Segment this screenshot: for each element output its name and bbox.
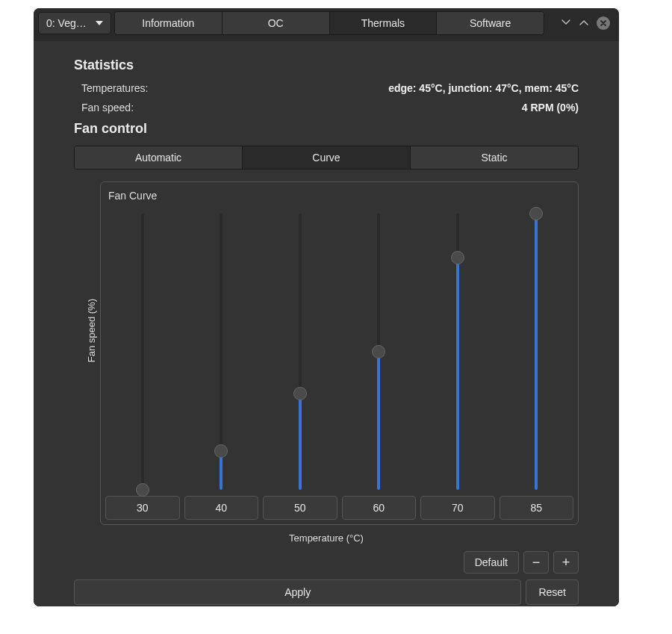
fan-speed-slider[interactable]	[184, 206, 259, 490]
temperatures-label: Temperatures:	[81, 82, 148, 94]
fan-curve-area: Fan speed (%) Fan Curve	[84, 181, 579, 525]
fan-curve-panel: Fan Curve	[100, 181, 579, 525]
fanspeed-value: 4 RPM (0%)	[522, 102, 579, 114]
apply-button[interactable]: Apply	[74, 579, 521, 605]
temperatures-value: edge: 45°C, junction: 47°C, mem: 45°C	[388, 82, 579, 94]
slider-thumb[interactable]	[136, 483, 149, 497]
remove-point-button[interactable]: −	[523, 551, 549, 574]
slider-thumb[interactable]	[214, 444, 228, 458]
tab-information[interactable]: Information	[115, 12, 223, 34]
bottom-bar: Apply Reset	[74, 579, 579, 605]
tab-oc[interactable]: OC	[223, 12, 330, 34]
fan-speed-slider[interactable]	[500, 206, 574, 490]
temperature-input[interactable]	[184, 496, 259, 520]
content-inner: Statistics Temperatures: edge: 45°C, jun…	[34, 41, 619, 606]
tab-thermals[interactable]: Thermals	[330, 12, 438, 34]
fan-speed-slider[interactable]	[420, 206, 495, 490]
curve-point-3	[342, 206, 417, 520]
temperature-input[interactable]	[420, 496, 495, 520]
fan-curve-title: Fan Curve	[108, 190, 573, 202]
reset-button[interactable]: Reset	[526, 579, 579, 605]
content: Statistics Temperatures: edge: 45°C, jun…	[34, 38, 619, 606]
slider-thumb[interactable]	[529, 207, 543, 220]
chevron-up-icon[interactable]	[579, 17, 589, 30]
sliders-row	[105, 206, 573, 520]
fanspeed-label: Fan speed:	[81, 102, 134, 114]
curve-buttons: Default − +	[74, 551, 579, 574]
device-selector-label: 0: Vega …	[46, 17, 91, 29]
dropdown-triangle-icon	[96, 21, 103, 25]
statistics-title: Statistics	[74, 58, 579, 73]
slider-thumb[interactable]	[293, 387, 307, 400]
fan-speed-slider[interactable]	[342, 206, 417, 490]
window-controls	[547, 16, 615, 30]
temperature-input[interactable]	[105, 496, 180, 520]
close-button[interactable]	[597, 16, 610, 30]
tab-software[interactable]: Software	[437, 12, 544, 34]
temperature-input[interactable]	[263, 496, 337, 520]
fan-speed-slider[interactable]	[105, 206, 180, 490]
main-tabs: InformationOCThermalsSoftware	[114, 11, 544, 35]
add-point-button[interactable]: +	[553, 551, 579, 574]
fan-mode-automatic[interactable]: Automatic	[75, 146, 243, 169]
fan-control-modes: AutomaticCurveStatic	[74, 146, 579, 170]
curve-point-1	[184, 206, 259, 520]
chevron-down-icon[interactable]	[561, 17, 571, 30]
device-selector[interactable]: 0: Vega …	[38, 12, 111, 34]
yaxis-label: Fan speed (%)	[84, 299, 97, 362]
titlebar: 0: Vega … InformationOCThermalsSoftware	[34, 8, 619, 38]
fan-mode-curve[interactable]: Curve	[243, 146, 411, 169]
stat-row-fanspeed: Fan speed: 4 RPM (0%)	[81, 102, 579, 114]
temperature-input[interactable]	[342, 496, 417, 520]
curve-point-5	[500, 206, 574, 520]
default-button[interactable]: Default	[464, 551, 519, 574]
fan-control-title: Fan control	[74, 121, 579, 137]
slider-thumb[interactable]	[372, 345, 385, 358]
temperature-input[interactable]	[500, 496, 574, 520]
curve-point-2	[263, 206, 337, 520]
stat-row-temperatures: Temperatures: edge: 45°C, junction: 47°C…	[81, 82, 579, 94]
fan-speed-slider[interactable]	[263, 206, 337, 490]
app-window: 0: Vega … InformationOCThermalsSoftware …	[34, 8, 619, 606]
xaxis-label: Temperature (°C)	[74, 532, 579, 544]
fan-mode-static[interactable]: Static	[411, 146, 578, 169]
slider-thumb[interactable]	[451, 251, 464, 264]
curve-point-0	[105, 206, 180, 520]
curve-point-4	[420, 206, 495, 520]
